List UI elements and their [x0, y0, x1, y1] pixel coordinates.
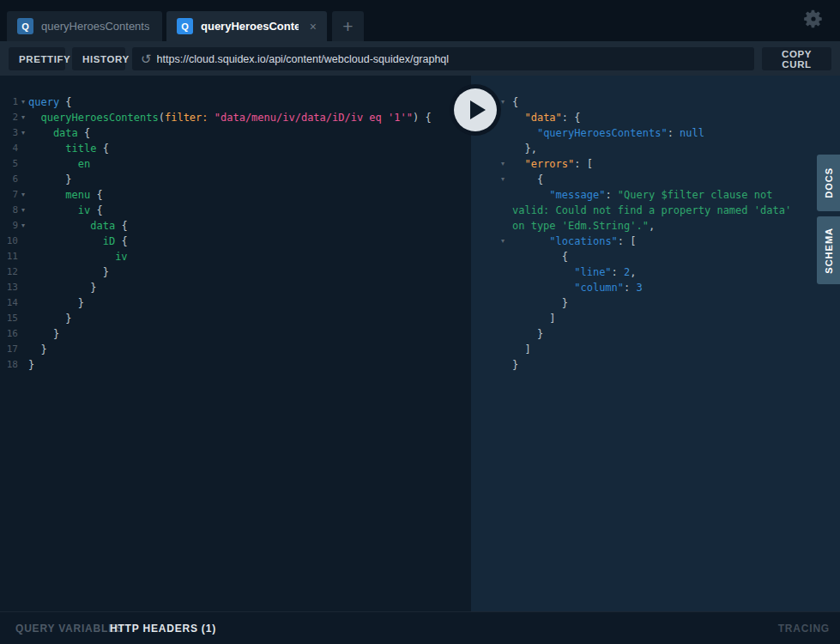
toolbar: PRETTIFY HISTORY ↺ COPY CURL	[0, 41, 840, 76]
query-editor[interactable]: 1▾query {2▾ queryHeroesContents(filter: …	[0, 76, 471, 611]
response-line: valid: Could not find a property named '…	[471, 203, 840, 218]
fold-gutter	[18, 280, 28, 295]
code-token: {	[96, 143, 108, 155]
tab-query-heroes-contents-2[interactable]: Q queryHeroesContents ×	[166, 11, 327, 41]
line-number: 18	[0, 357, 18, 373]
gear-icon[interactable]	[802, 8, 825, 30]
code-token: ,	[630, 266, 636, 278]
query-variables-tab[interactable]: QUERY VARIABLES	[15, 612, 124, 644]
code-token: "line"	[574, 266, 611, 278]
fold-arrow-icon[interactable]: ▾	[471, 172, 512, 187]
line-number: 1	[0, 94, 18, 110]
code-token: {	[90, 204, 102, 216]
fold-arrow-icon[interactable]: ▾	[471, 156, 512, 172]
editor-line: 4 title {	[0, 141, 471, 156]
schema-side-tab[interactable]: SCHEMA	[817, 216, 840, 284]
editor-line: 1▾query {	[0, 94, 471, 110]
fold-gutter	[471, 264, 512, 280]
code-token: "data"	[524, 112, 561, 124]
code-token: ,	[649, 220, 655, 232]
endpoint-url-input[interactable]	[157, 53, 754, 65]
execute-query-button[interactable]	[450, 84, 501, 136]
fold-arrow-icon[interactable]: ▾	[18, 125, 28, 141]
code-text: iv {	[28, 203, 103, 218]
code-text: }	[28, 357, 34, 373]
editor-line: 15 }	[0, 311, 471, 326]
code-token: }	[28, 266, 109, 278]
endpoint-url-bar: ↺	[132, 47, 754, 70]
fold-arrow-icon[interactable]: ▾	[18, 218, 28, 234]
code-text: "message": "Query $filter clause not	[512, 187, 772, 203]
editor-line: 16 }	[0, 326, 471, 342]
editor-line: 13 }	[0, 280, 471, 295]
response-line: "column": 3	[471, 280, 840, 295]
code-text: }	[28, 172, 72, 187]
code-token: on type 'Edm.String'."	[512, 220, 649, 232]
response-line: ]	[471, 311, 840, 326]
code-token: 3	[637, 282, 643, 294]
code-token	[512, 127, 537, 139]
response-line: ▾ "locations": [	[471, 234, 840, 249]
code-text: {	[512, 249, 568, 264]
code-token: "column"	[574, 282, 624, 294]
code-text: en	[28, 156, 90, 172]
code-text: valid: Could not find a property named '…	[512, 203, 791, 218]
prettify-button[interactable]: PRETTIFY	[9, 47, 65, 70]
http-headers-tab[interactable]: HTTP HEADERS (1)	[110, 612, 216, 644]
code-token: }	[28, 297, 84, 309]
code-token: : {	[562, 112, 581, 124]
fold-arrow-icon[interactable]: ▾	[18, 94, 28, 110]
fold-gutter	[471, 218, 512, 234]
code-text: {	[512, 172, 543, 187]
code-token: "locations"	[549, 235, 617, 247]
query-type-icon: Q	[177, 18, 193, 34]
history-button[interactable]: HISTORY	[72, 47, 125, 70]
code-token	[512, 189, 549, 201]
fold-arrow-icon[interactable]: ▾	[471, 234, 512, 249]
editor-line: 18}	[0, 357, 471, 373]
code-text: "queryHeroesContents": null	[512, 125, 704, 141]
code-token	[512, 282, 574, 294]
editor-line: 10 iD {	[0, 234, 471, 249]
response-line: },	[471, 141, 840, 156]
code-token: iv	[28, 251, 128, 263]
docs-side-tab[interactable]: DOCS	[817, 155, 840, 211]
line-number: 4	[0, 141, 18, 156]
code-token: {	[115, 220, 127, 232]
fold-arrow-icon[interactable]: ▾	[18, 110, 28, 125]
code-token: "errors"	[524, 158, 574, 170]
fold-arrow-icon[interactable]: ▾	[18, 187, 28, 203]
response-line: }	[471, 357, 840, 373]
tab-query-heroes-contents-1[interactable]: Q queryHeroesContents	[7, 11, 162, 41]
code-token: }	[28, 343, 47, 355]
code-text: query {	[28, 94, 72, 110]
line-number: 8	[0, 203, 18, 218]
response-line: ]	[471, 342, 840, 357]
copy-curl-button[interactable]: COPY CURL	[762, 47, 831, 70]
close-icon[interactable]: ×	[310, 20, 317, 33]
editor-line: 11 iv	[0, 249, 471, 264]
fold-arrow-icon[interactable]: ▾	[18, 203, 28, 218]
code-text: }	[28, 342, 47, 357]
code-token: }	[28, 173, 72, 185]
code-token: },	[512, 143, 537, 155]
line-number: 2	[0, 110, 18, 125]
code-text: "locations": [	[512, 234, 637, 249]
line-number: 11	[0, 249, 18, 264]
editor-line: 17 }	[0, 342, 471, 357]
editor-line: 8▾ iv {	[0, 203, 471, 218]
tracing-tab[interactable]: TRACING	[778, 612, 830, 644]
code-token: null	[680, 127, 704, 139]
code-token: }	[28, 359, 34, 371]
new-tab-button[interactable]: +	[332, 11, 364, 41]
code-token: {	[59, 96, 71, 108]
fold-gutter	[18, 264, 28, 280]
code-text: data {	[28, 125, 90, 141]
code-token: (	[159, 112, 165, 124]
code-token: }	[512, 359, 518, 371]
code-token: :	[668, 127, 680, 139]
code-text: }	[28, 280, 96, 295]
response-line: "queryHeroesContents": null	[471, 125, 840, 141]
code-token: menu	[28, 189, 90, 201]
refresh-icon[interactable]: ↺	[132, 52, 157, 65]
